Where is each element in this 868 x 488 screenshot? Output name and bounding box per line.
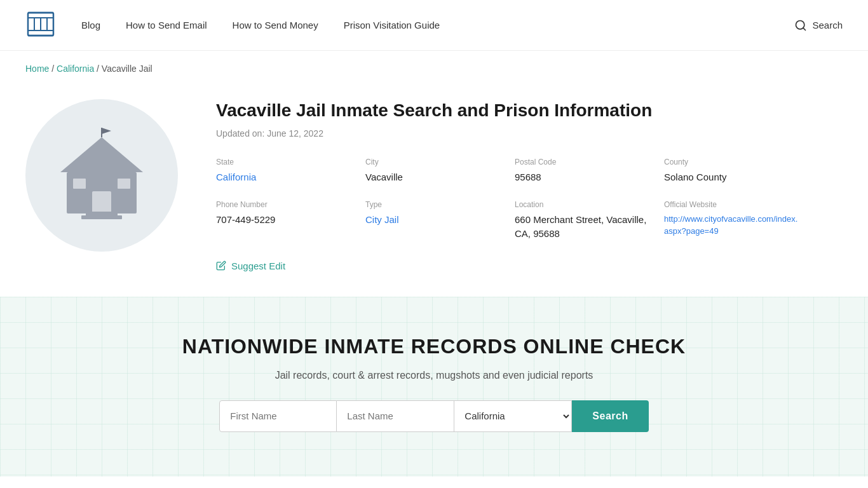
svg-rect-12 bbox=[92, 191, 111, 214]
nav-prison-guide[interactable]: Prison Visitation Guide bbox=[344, 20, 440, 30]
postal-value: 95688 bbox=[515, 172, 541, 182]
search-button[interactable]: Search bbox=[572, 400, 648, 432]
svg-rect-14 bbox=[118, 179, 130, 189]
nav-send-email[interactable]: How to Send Email bbox=[126, 20, 207, 30]
breadcrumb-state[interactable]: California bbox=[57, 64, 94, 74]
breadcrumb: Home / California / Vacaville Jail bbox=[0, 51, 868, 86]
county-cell: County Solano County bbox=[664, 158, 801, 185]
prison-image bbox=[25, 99, 178, 252]
inmate-search-form: AlabamaAlaskaArizonaArkansasCaliforniaCo… bbox=[25, 400, 843, 432]
site-logo[interactable] bbox=[25, 9, 56, 42]
suggest-edit-label: Suggest Edit bbox=[231, 261, 285, 271]
nav-send-money[interactable]: How to Send Money bbox=[233, 20, 318, 30]
search-icon bbox=[794, 19, 807, 32]
main-nav: Blog How to Send Email How to Send Money… bbox=[81, 20, 794, 30]
type-cell: Type City Jail bbox=[365, 200, 502, 241]
city-label: City bbox=[365, 158, 502, 166]
state-select[interactable]: AlabamaAlaskaArizonaArkansasCaliforniaCo… bbox=[454, 400, 572, 432]
breadcrumb-home[interactable]: Home bbox=[25, 64, 49, 74]
location-cell: Location 660 Merchant Street, Vacaville,… bbox=[515, 200, 651, 241]
location-value: 660 Merchant Street, Vacaville, CA, 9568… bbox=[515, 214, 646, 240]
page-title: Vacaville Jail Inmate Search and Prison … bbox=[216, 99, 801, 122]
search-label: Search bbox=[812, 20, 843, 30]
main-content: Vacaville Jail Inmate Search and Prison … bbox=[0, 86, 826, 297]
svg-rect-18 bbox=[81, 215, 122, 219]
website-value[interactable]: http://www.cityofvacaville.com/index.asp… bbox=[664, 214, 797, 236]
phone-label: Phone Number bbox=[216, 200, 353, 209]
website-label: Official Website bbox=[664, 200, 801, 209]
info-section: Vacaville Jail Inmate Search and Prison … bbox=[216, 99, 801, 271]
type-value[interactable]: City Jail bbox=[365, 214, 399, 225]
county-label: County bbox=[664, 158, 801, 166]
edit-icon bbox=[216, 261, 226, 271]
state-value[interactable]: California bbox=[216, 172, 256, 182]
city-value: Vacaville bbox=[365, 172, 403, 182]
phone-cell: Phone Number 707-449-5229 bbox=[216, 200, 353, 241]
svg-line-9 bbox=[803, 27, 806, 30]
records-section: NATIONWIDE INMATE RECORDS ONLINE CHECK J… bbox=[0, 297, 868, 477]
type-label: Type bbox=[365, 200, 502, 209]
records-title: NATIONWIDE INMATE RECORDS ONLINE CHECK bbox=[25, 335, 843, 358]
county-value: Solano County bbox=[664, 172, 726, 182]
phone-value: 707-449-5229 bbox=[216, 214, 275, 225]
suggest-edit-link[interactable]: Suggest Edit bbox=[216, 261, 801, 271]
website-cell: Official Website http://www.cityofvacavi… bbox=[664, 200, 801, 241]
svg-marker-11 bbox=[60, 137, 143, 172]
info-grid: State California City Vacaville Postal C… bbox=[216, 158, 801, 241]
svg-rect-13 bbox=[73, 179, 86, 189]
header-search[interactable]: Search bbox=[794, 19, 843, 32]
state-cell: State California bbox=[216, 158, 353, 185]
svg-marker-16 bbox=[102, 128, 111, 134]
prison-building-icon bbox=[51, 125, 153, 226]
postal-cell: Postal Code 95688 bbox=[515, 158, 651, 185]
location-label: Location bbox=[515, 200, 651, 209]
nav-blog[interactable]: Blog bbox=[81, 20, 100, 30]
city-cell: City Vacaville bbox=[365, 158, 502, 185]
breadcrumb-current: Vacaville Jail bbox=[102, 64, 153, 74]
state-label: State bbox=[216, 158, 353, 166]
records-subtitle: Jail records, court & arrest records, mu… bbox=[25, 370, 843, 381]
last-name-input[interactable] bbox=[337, 400, 454, 432]
first-name-input[interactable] bbox=[219, 400, 337, 432]
postal-label: Postal Code bbox=[515, 158, 651, 166]
site-header: Blog How to Send Email How to Send Money… bbox=[0, 0, 868, 51]
updated-date: Updated on: June 12, 2022 bbox=[216, 128, 801, 139]
